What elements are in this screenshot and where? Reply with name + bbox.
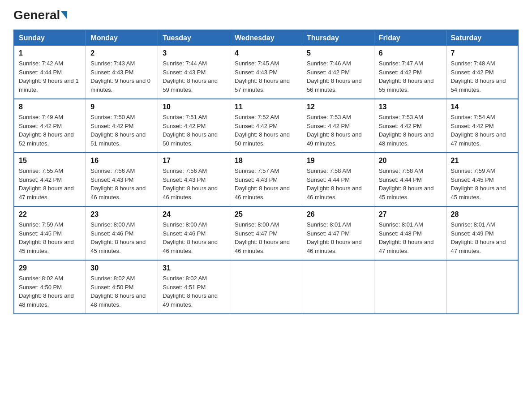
day-number: 22	[19, 210, 81, 218]
calendar-cell: 26 Sunrise: 8:01 AM Sunset: 4:47 PM Dayl…	[302, 206, 374, 260]
day-number: 24	[163, 210, 225, 218]
daylight-label: Daylight: 8 hours and 47 minutes.	[451, 131, 506, 147]
header-friday: Friday	[374, 30, 446, 46]
day-info: Sunrise: 7:58 AM Sunset: 4:44 PM Dayligh…	[307, 167, 369, 201]
calendar-cell	[302, 260, 374, 314]
sunset-label: Sunset: 4:43 PM	[235, 69, 278, 76]
sunrise-label: Sunrise: 7:58 AM	[379, 167, 423, 174]
daylight-label: Daylight: 8 hours and 57 minutes.	[235, 77, 290, 93]
sunrise-label: Sunrise: 7:45 AM	[235, 60, 279, 67]
sunrise-label: Sunrise: 7:51 AM	[163, 114, 207, 120]
daylight-label: Daylight: 8 hours and 49 minutes.	[307, 131, 362, 147]
day-number: 7	[451, 49, 513, 57]
day-number: 2	[90, 49, 153, 57]
header-wednesday: Wednesday	[230, 30, 302, 46]
calendar-cell: 6 Sunrise: 7:47 AM Sunset: 4:42 PM Dayli…	[374, 46, 446, 99]
calendar-cell: 20 Sunrise: 7:58 AM Sunset: 4:44 PM Dayl…	[374, 153, 446, 206]
daylight-label: Daylight: 8 hours and 45 minutes.	[90, 239, 146, 254]
day-number: 8	[19, 103, 81, 111]
day-info: Sunrise: 7:47 AM Sunset: 4:42 PM Dayligh…	[379, 59, 442, 94]
calendar-cell: 14 Sunrise: 7:54 AM Sunset: 4:42 PM Dayl…	[446, 99, 518, 153]
calendar-week-row: 8 Sunrise: 7:49 AM Sunset: 4:42 PM Dayli…	[14, 99, 518, 153]
sunset-label: Sunset: 4:45 PM	[451, 176, 494, 183]
calendar-cell: 30 Sunrise: 8:02 AM Sunset: 4:50 PM Dayl…	[86, 260, 158, 314]
sunrise-label: Sunrise: 7:46 AM	[307, 60, 351, 67]
sunset-label: Sunset: 4:49 PM	[451, 230, 494, 237]
daylight-label: Daylight: 8 hours and 46 minutes.	[307, 185, 362, 201]
sunset-label: Sunset: 4:50 PM	[90, 284, 133, 291]
day-info: Sunrise: 7:58 AM Sunset: 4:44 PM Dayligh…	[379, 167, 442, 201]
daylight-label: Daylight: 8 hours and 46 minutes.	[90, 185, 146, 201]
day-info: Sunrise: 7:53 AM Sunset: 4:42 PM Dayligh…	[307, 113, 369, 148]
calendar-cell: 8 Sunrise: 7:49 AM Sunset: 4:42 PM Dayli…	[14, 99, 86, 153]
header-monday: Monday	[86, 30, 158, 46]
logo-arrow-icon	[61, 11, 67, 19]
daylight-label: Daylight: 8 hours and 47 minutes.	[451, 239, 506, 254]
day-info: Sunrise: 7:51 AM Sunset: 4:42 PM Dayligh…	[163, 113, 225, 148]
sunrise-label: Sunrise: 8:01 AM	[379, 221, 423, 228]
sunset-label: Sunset: 4:51 PM	[163, 284, 206, 291]
daylight-label: Daylight: 8 hours and 48 minutes.	[19, 292, 74, 308]
sunset-label: Sunset: 4:48 PM	[379, 230, 422, 237]
day-number: 5	[307, 49, 369, 57]
daylight-label: Daylight: 8 hours and 46 minutes.	[235, 239, 290, 254]
sunrise-label: Sunrise: 7:49 AM	[19, 114, 63, 120]
calendar-week-row: 22 Sunrise: 7:59 AM Sunset: 4:45 PM Dayl…	[14, 206, 518, 260]
calendar-cell: 7 Sunrise: 7:48 AM Sunset: 4:42 PM Dayli…	[446, 46, 518, 99]
calendar-cell: 25 Sunrise: 8:00 AM Sunset: 4:47 PM Dayl…	[230, 206, 302, 260]
calendar-cell: 3 Sunrise: 7:44 AM Sunset: 4:43 PM Dayli…	[158, 46, 230, 99]
day-info: Sunrise: 7:44 AM Sunset: 4:43 PM Dayligh…	[163, 59, 225, 94]
calendar-cell: 23 Sunrise: 8:00 AM Sunset: 4:46 PM Dayl…	[86, 206, 158, 260]
calendar-cell: 18 Sunrise: 7:57 AM Sunset: 4:43 PM Dayl…	[230, 153, 302, 206]
calendar-cell: 19 Sunrise: 7:58 AM Sunset: 4:44 PM Dayl…	[302, 153, 374, 206]
day-info: Sunrise: 8:01 AM Sunset: 4:48 PM Dayligh…	[379, 220, 442, 255]
daylight-label: Daylight: 8 hours and 46 minutes.	[235, 185, 290, 201]
sunset-label: Sunset: 4:43 PM	[163, 176, 206, 183]
day-number: 16	[90, 157, 153, 165]
day-info: Sunrise: 7:59 AM Sunset: 4:45 PM Dayligh…	[19, 220, 81, 255]
sunrise-label: Sunrise: 7:53 AM	[379, 114, 423, 120]
daylight-label: Daylight: 8 hours and 50 minutes.	[163, 131, 218, 147]
sunset-label: Sunset: 4:45 PM	[19, 230, 62, 237]
sunset-label: Sunset: 4:46 PM	[90, 230, 133, 237]
sunrise-label: Sunrise: 8:02 AM	[163, 275, 207, 282]
day-number: 11	[235, 103, 297, 111]
day-number: 15	[19, 157, 81, 165]
day-number: 6	[379, 49, 442, 57]
sunset-label: Sunset: 4:50 PM	[19, 284, 62, 291]
calendar-cell: 21 Sunrise: 7:59 AM Sunset: 4:45 PM Dayl…	[446, 153, 518, 206]
calendar-cell: 4 Sunrise: 7:45 AM Sunset: 4:43 PM Dayli…	[230, 46, 302, 99]
day-info: Sunrise: 7:42 AM Sunset: 4:44 PM Dayligh…	[19, 59, 81, 94]
day-info: Sunrise: 7:53 AM Sunset: 4:42 PM Dayligh…	[379, 113, 442, 148]
logo: General	[13, 9, 67, 21]
calendar-cell: 1 Sunrise: 7:42 AM Sunset: 4:44 PM Dayli…	[14, 46, 86, 99]
page-header: General	[13, 9, 519, 21]
day-number: 1	[19, 49, 81, 57]
day-info: Sunrise: 7:50 AM Sunset: 4:42 PM Dayligh…	[90, 113, 153, 148]
sunrise-label: Sunrise: 8:01 AM	[307, 221, 351, 228]
sunrise-label: Sunrise: 7:48 AM	[451, 60, 495, 67]
day-info: Sunrise: 8:01 AM Sunset: 4:49 PM Dayligh…	[451, 220, 513, 255]
day-info: Sunrise: 8:02 AM Sunset: 4:50 PM Dayligh…	[19, 274, 81, 309]
day-info: Sunrise: 7:56 AM Sunset: 4:43 PM Dayligh…	[163, 167, 225, 201]
sunrise-label: Sunrise: 8:00 AM	[163, 221, 207, 228]
day-number: 3	[163, 49, 225, 57]
day-info: Sunrise: 7:55 AM Sunset: 4:42 PM Dayligh…	[19, 167, 81, 201]
sunrise-label: Sunrise: 7:56 AM	[163, 167, 207, 174]
sunrise-label: Sunrise: 7:59 AM	[451, 167, 495, 174]
sunset-label: Sunset: 4:44 PM	[19, 69, 62, 76]
header-thursday: Thursday	[302, 30, 374, 46]
calendar-cell	[446, 260, 518, 314]
daylight-label: Daylight: 8 hours and 54 minutes.	[451, 77, 506, 93]
calendar-week-row: 1 Sunrise: 7:42 AM Sunset: 4:44 PM Dayli…	[14, 46, 518, 99]
sunrise-label: Sunrise: 8:01 AM	[451, 221, 495, 228]
day-info: Sunrise: 7:45 AM Sunset: 4:43 PM Dayligh…	[235, 59, 297, 94]
daylight-label: Daylight: 8 hours and 46 minutes.	[163, 185, 218, 201]
day-number: 29	[19, 264, 81, 272]
calendar-cell: 29 Sunrise: 8:02 AM Sunset: 4:50 PM Dayl…	[14, 260, 86, 314]
sunrise-label: Sunrise: 7:44 AM	[163, 60, 207, 67]
daylight-label: Daylight: 8 hours and 50 minutes.	[235, 131, 290, 147]
day-info: Sunrise: 7:46 AM Sunset: 4:42 PM Dayligh…	[307, 59, 369, 94]
daylight-label: Daylight: 8 hours and 56 minutes.	[307, 77, 362, 93]
day-number: 9	[90, 103, 153, 111]
